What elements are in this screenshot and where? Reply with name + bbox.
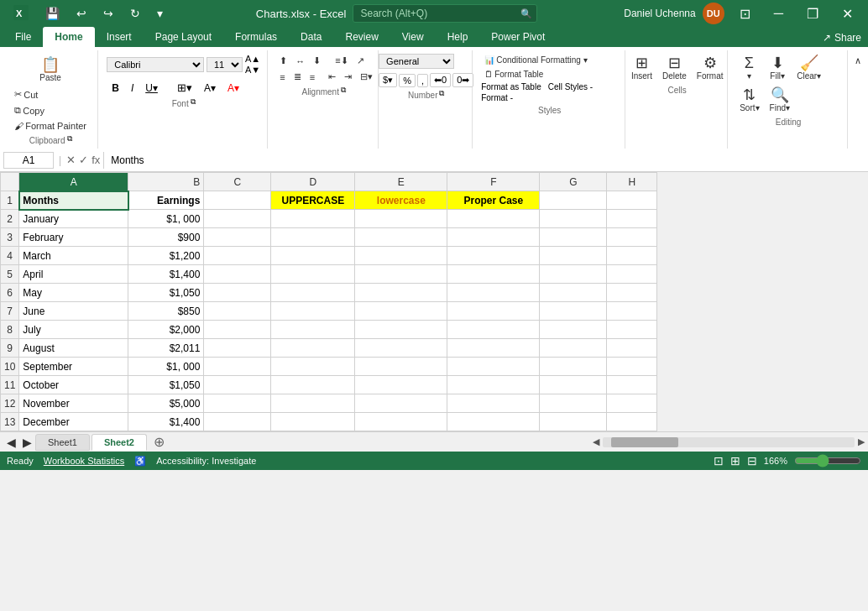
increase-decimal-button[interactable]: 0➡	[452, 73, 473, 87]
number-format-select[interactable]: General	[379, 54, 454, 69]
insert-button[interactable]: ⊞ Insert	[628, 54, 656, 82]
cell-7-F[interactable]	[447, 302, 540, 321]
copy-button[interactable]: ⧉ Copy	[11, 103, 90, 118]
cell-5-G[interactable]	[540, 265, 607, 284]
cell-11-E[interactable]	[355, 376, 447, 394]
zoom-slider[interactable]	[794, 454, 861, 467]
clear-button[interactable]: 🧹 Clear▾	[793, 54, 824, 82]
cell-4-G[interactable]	[540, 247, 607, 265]
share-button[interactable]: ↗ Share	[816, 29, 868, 47]
cell-11-H[interactable]	[607, 376, 657, 394]
cell-3-H[interactable]	[607, 228, 657, 247]
autosum-button[interactable]: Σ ▾	[736, 54, 761, 82]
cell-10-A[interactable]: September	[19, 358, 128, 376]
cell-2-B[interactable]: $1, 000	[128, 210, 204, 228]
cell-4-H[interactable]	[607, 247, 657, 265]
cell-8-B[interactable]: $2,000	[128, 321, 204, 339]
italic-button[interactable]: I	[126, 81, 139, 96]
cell-10-D[interactable]	[271, 358, 355, 376]
row-header-12[interactable]: 12	[1, 394, 19, 413]
cell-5-H[interactable]	[607, 265, 657, 284]
alignment-dialog-launcher[interactable]: ⧉	[341, 86, 346, 95]
cell-12-C[interactable]	[204, 394, 271, 413]
underline-button[interactable]: U▾	[140, 81, 163, 96]
currency-button[interactable]: $▾	[379, 73, 397, 87]
cell-1-D[interactable]: UPPERCASE	[271, 191, 355, 210]
cell-6-A[interactable]: May	[19, 284, 128, 302]
col-header-B[interactable]: B	[128, 173, 204, 191]
cell-13-H[interactable]	[607, 413, 657, 431]
percent-button[interactable]: %	[399, 74, 416, 87]
formula-cancel-icon[interactable]: ✕	[66, 154, 76, 166]
cell-1-G[interactable]	[540, 191, 607, 210]
cell-12-G[interactable]	[540, 394, 607, 413]
cell-12-B[interactable]: $5,000	[128, 394, 204, 413]
ribbon-toggle-button[interactable]: ⊡	[731, 0, 759, 27]
undo-button[interactable]: ↩	[70, 3, 93, 24]
cell-11-A[interactable]: October	[19, 376, 128, 394]
minimize-button[interactable]: ─	[766, 0, 792, 27]
cell-9-B[interactable]: $2,011	[128, 339, 204, 358]
save-button[interactable]: 💾	[39, 3, 66, 24]
formula-input[interactable]	[107, 154, 865, 166]
format-as-table-button[interactable]: 🗒 Format Table	[481, 68, 546, 81]
cell-10-G[interactable]	[540, 358, 607, 376]
sheet-tab-sheet1[interactable]: Sheet1	[35, 434, 90, 451]
cell-12-D[interactable]	[271, 394, 355, 413]
view-normal-button[interactable]: ⊡	[714, 454, 724, 467]
font-size-select[interactable]: 11	[207, 57, 243, 72]
align-middle-button[interactable]: ↔	[292, 55, 308, 68]
cell-2-D[interactable]	[271, 210, 355, 228]
cell-9-G[interactable]	[540, 339, 607, 358]
formula-function-icon[interactable]: fx	[92, 154, 100, 166]
cell-10-B[interactable]: $1, 000	[128, 358, 204, 376]
row-header-1[interactable]: 1	[1, 191, 19, 210]
cell-10-C[interactable]	[204, 358, 271, 376]
row-header-6[interactable]: 6	[1, 284, 19, 302]
status-workbook-stats[interactable]: Workbook Statistics	[44, 456, 124, 466]
cell-5-D[interactable]	[271, 265, 355, 284]
col-header-E[interactable]: E	[355, 173, 447, 191]
cell-4-F[interactable]	[447, 247, 540, 265]
col-header-H[interactable]: H	[607, 173, 657, 191]
font-dialog-launcher[interactable]: ⧉	[191, 97, 196, 107]
col-header-D[interactable]: D	[271, 173, 355, 191]
cell-2-H[interactable]	[607, 210, 657, 228]
clipboard-dialog-launcher[interactable]: ⧉	[67, 134, 72, 144]
cell-12-A[interactable]: November	[19, 394, 128, 413]
cell-12-H[interactable]	[607, 394, 657, 413]
cell-7-A[interactable]: June	[19, 302, 128, 321]
cell-8-E[interactable]	[355, 321, 447, 339]
cell-3-G[interactable]	[540, 228, 607, 247]
cell-6-F[interactable]	[447, 284, 540, 302]
align-right-button[interactable]: ≡	[306, 70, 318, 84]
cell-5-E[interactable]	[355, 265, 447, 284]
font-color-button[interactable]: A▾	[222, 81, 244, 96]
cell-11-G[interactable]	[540, 376, 607, 394]
cell-5-B[interactable]: $1,400	[128, 265, 204, 284]
cell-5-A[interactable]: April	[19, 265, 128, 284]
comma-button[interactable]: ,	[417, 74, 428, 87]
merge-center-button[interactable]: ⊟▾	[357, 70, 376, 84]
cell-10-E[interactable]	[355, 358, 447, 376]
align-bottom-button[interactable]: ⬇	[310, 54, 324, 68]
cell-reference-box[interactable]	[3, 152, 54, 169]
cell-5-F[interactable]	[447, 265, 540, 284]
tab-prev-button[interactable]: ◀	[3, 436, 19, 449]
cell-9-C[interactable]	[204, 339, 271, 358]
ribbon-collapse-button[interactable]: ∧	[851, 54, 865, 68]
row-header-7[interactable]: 7	[1, 302, 19, 321]
cell-11-C[interactable]	[204, 376, 271, 394]
font-decrease-button[interactable]: A▼	[245, 65, 260, 76]
cell-3-D[interactable]	[271, 228, 355, 247]
cell-8-A[interactable]: July	[19, 321, 128, 339]
cell-1-F[interactable]: Proper Case	[447, 191, 540, 210]
row-header-8[interactable]: 8	[1, 321, 19, 339]
corner-header[interactable]	[1, 173, 19, 191]
format-painter-button[interactable]: 🖌 Format Painter	[11, 119, 90, 133]
cell-1-C[interactable]	[204, 191, 271, 210]
cell-9-F[interactable]	[447, 339, 540, 358]
cell-4-B[interactable]: $1,200	[128, 247, 204, 265]
cell-8-G[interactable]	[540, 321, 607, 339]
cell-1-A[interactable]: Months	[19, 191, 128, 210]
